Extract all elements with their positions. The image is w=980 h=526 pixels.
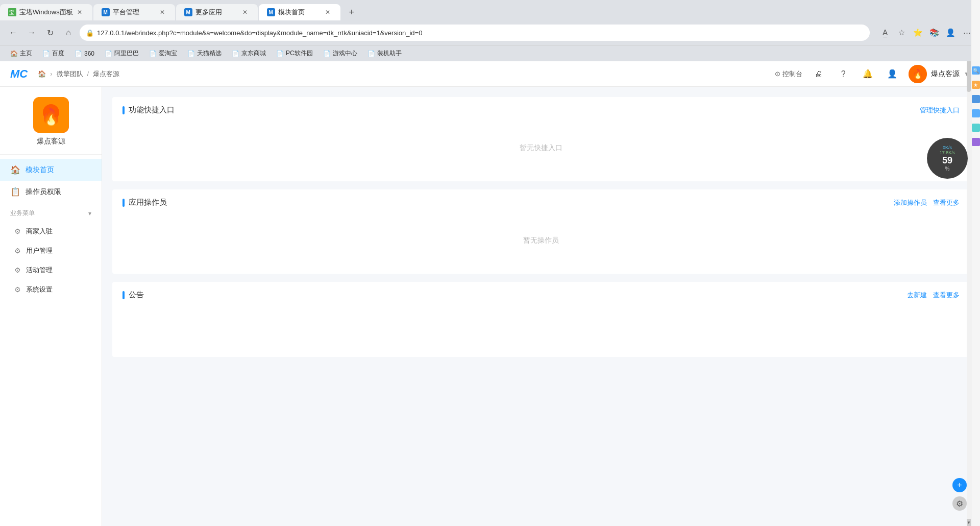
back-button[interactable]: ← [6,26,20,40]
scrollbar-thumb[interactable] [967,61,971,92]
tab-module-home[interactable]: M 模块首页 ✕ [259,4,340,20]
quick-entry-empty: 暂无快捷入口 [122,123,960,173]
lock-icon: 🔒 [86,29,94,37]
edge-icon-teal[interactable] [972,124,980,132]
collection-icon[interactable]: 📚 [927,26,941,40]
bookmark-jd-label: 京东商城 [241,49,266,58]
bookmark-alibaba-label: 阿里巴巴 [114,49,139,58]
tab-bar: 宝 宝塔Windows面板 ✕ M 平台管理 ✕ M 更多应用 ✕ M 模块首页… [0,0,980,20]
announcement-content [122,308,960,349]
forward-button[interactable]: → [24,26,39,40]
sidebar-activity-mgmt-label: 活动管理 [26,266,53,275]
settings-button[interactable]: ⚙ [952,496,967,511]
edge-icon-star[interactable]: ★ [972,81,980,89]
tab-module-home-label: 模块首页 [278,8,321,17]
tab-platform[interactable]: M 平台管理 ✕ [93,4,175,20]
address-bar-row: ← → ↻ ⌂ 🔒 127.0.0.1/web/index.php?c=modu… [0,20,980,45]
announcement-title-text: 公告 [129,290,144,300]
operators-actions: 添加操作员 查看更多 [894,198,960,207]
app-logo-badge: 🔥 [909,65,927,83]
tab-module-home-icon: M [267,8,275,16]
bookmark-install-helper-label: 装机助手 [377,49,402,58]
merchant-icon: ⚙ [14,227,21,235]
announcement-header: 公告 去新建 查看更多 [122,290,960,300]
breadcrumb-team[interactable]: 微擎团队 [57,69,83,79]
breadcrumb-module[interactable]: 爆点客源 [93,69,119,79]
refresh-button[interactable]: ↻ [43,26,57,40]
app-avatar-area[interactable]: 🔥 爆点客源 ▼ [909,65,970,83]
user-profile-icon[interactable]: 👤 [943,26,958,40]
sidebar-user-mgmt-label: 用户管理 [26,246,53,255]
tab-more-apps[interactable]: M 更多应用 ✕ [176,4,258,20]
bookmark-game-center[interactable]: 📄 游戏中心 [319,48,361,59]
operators-title-bar [122,199,125,207]
app-wrapper: MC 🏠 › 微擎团队 / 爆点客源 ⊙ 控制台 🖨 ? 🔔 👤 🔥 [0,61,980,526]
bookmark-game-center-label: 游戏中心 [333,49,357,58]
browser-chrome: 宝 宝塔Windows面板 ✕ M 平台管理 ✕ M 更多应用 ✕ M 模块首页… [0,0,980,61]
user-mgmt-icon: ⚙ [14,247,21,255]
tab-close-baota[interactable]: ✕ [75,8,84,17]
bookmark-alibaba[interactable]: 📄 阿里巴巴 [101,48,143,59]
bookmark-home[interactable]: 🏠 主页 [6,48,36,59]
breadcrumb-home-icon[interactable]: 🏠 [38,70,46,78]
bookmark-aitaobao-label: 爱淘宝 [159,49,177,58]
operators-header: 应用操作员 添加操作员 查看更多 [122,198,960,207]
edge-icon-search[interactable]: 🔍 [972,66,980,75]
sidebar-section-title: 业务菜单 ▾ [0,205,102,222]
bookmark-pc-software[interactable]: 📄 PC软件园 [272,48,317,59]
tab-close-more-apps[interactable]: ✕ [240,8,250,17]
operators-empty: 暂无操作员 [122,216,960,266]
sidebar-item-system-settings[interactable]: ⚙ 系统设置 [0,280,102,299]
new-tab-button[interactable]: + [344,4,360,20]
view-more-announcements-button[interactable]: 查看更多 [933,291,960,300]
translate-icon[interactable]: A̲ [878,26,892,40]
sidebar-module-home-label: 模块首页 [26,165,54,175]
add-button[interactable]: + [952,478,967,492]
activity-mgmt-icon: ⚙ [14,266,21,274]
sidebar-item-module-home[interactable]: 🏠 模块首页 [0,159,102,181]
tab-close-module-home[interactable]: ✕ [323,8,332,17]
tab-baota[interactable]: 宝 宝塔Windows面板 ✕ [0,4,92,20]
bookmarks-bar: 🏠 主页 📄 百度 📄 360 📄 阿里巴巴 📄 爱淘宝 📄 天猫精选 📄 京东… [0,45,980,61]
edge-icon-purple[interactable] [972,138,980,146]
tab-close-platform[interactable]: ✕ [158,8,167,17]
bell-icon-button[interactable]: 🔔 [860,66,876,82]
sidebar-item-merchant[interactable]: ⚙ 商家入驻 [0,222,102,241]
add-operator-button[interactable]: 添加操作员 [894,198,927,207]
create-announcement-button[interactable]: 去新建 [907,291,927,300]
sidebar-item-activity-mgmt[interactable]: ⚙ 活动管理 [0,260,102,280]
aitaobao-icon: 📄 [149,50,157,57]
content-area: 功能快捷入口 管理快捷入口 暂无快捷入口 应用操作员 添加操作员 [102,87,980,526]
sidebar: 🔥 爆点客源 🏠 模块首页 📋 操作员权限 业务菜单 ▾ [0,87,102,526]
scrollbar-track[interactable]: ▲ ▼ [967,61,971,526]
home-button[interactable]: ⌂ [61,26,76,40]
quick-entry-card: 功能快捷入口 管理快捷入口 暂无快捷入口 [112,97,970,181]
sidebar-item-user-mgmt[interactable]: ⚙ 用户管理 [0,241,102,260]
sidebar-logo-area: 🔥 爆点客源 [0,87,102,155]
favorites-icon[interactable]: ⭐ [911,26,925,40]
bookmark-360[interactable]: 📄 360 [70,49,99,58]
svg-text:🔥: 🔥 [41,107,61,127]
edge-icon-wallet[interactable] [972,109,980,117]
user-icon-button[interactable]: 👤 [884,66,900,82]
right-edge-panel: 🔍 ★ [971,0,980,526]
sidebar-app-name: 爆点客源 [37,137,65,146]
bookmark-jd[interactable]: 📄 京东商城 [228,48,270,59]
edge-icon-blue[interactable] [972,95,980,103]
help-icon-button[interactable]: ? [835,66,851,82]
bookmark-baidu[interactable]: 📄 百度 [38,48,68,59]
address-input[interactable]: 🔒 127.0.0.1/web/index.php?c=module&a=wel… [80,25,870,41]
bookmark-aitaobao[interactable]: 📄 爱淘宝 [145,48,181,59]
bookmark-home-label: 主页 [20,49,32,58]
scroll-down-arrow[interactable]: ▼ [967,519,971,526]
bookmark-tmall[interactable]: 📄 天猫精选 [183,48,226,59]
control-panel-button[interactable]: ⊙ 控制台 [775,69,802,79]
cpu-percent: 59 [942,155,952,166]
quick-entry-header: 功能快捷入口 管理快捷入口 [122,105,960,115]
bookmark-install-helper[interactable]: 📄 装机助手 [363,48,406,59]
manage-quick-entry-button[interactable]: 管理快捷入口 [920,106,960,115]
star-icon[interactable]: ☆ [894,26,909,40]
print-icon-button[interactable]: 🖨 [811,66,827,82]
view-more-operators-button[interactable]: 查看更多 [933,198,960,207]
sidebar-item-operator-perm[interactable]: 📋 操作员权限 [0,181,102,203]
